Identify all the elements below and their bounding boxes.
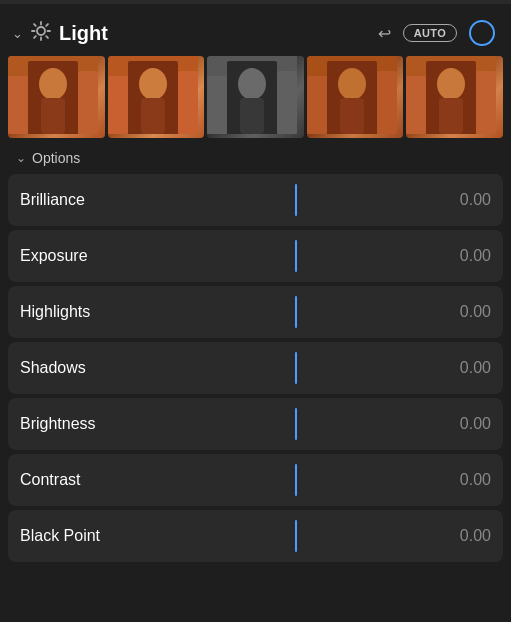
light-panel: ⌄ Light ↩ AUTO — [0, 0, 511, 622]
preview-frame-2[interactable] — [108, 56, 205, 138]
svg-rect-26 — [277, 71, 297, 134]
preview-frame-4[interactable] — [307, 56, 404, 138]
contrast-row[interactable]: Contrast 0.00 — [8, 454, 503, 506]
brightness-value: 0.00 — [431, 415, 491, 433]
svg-rect-20 — [178, 71, 198, 134]
shadows-handle — [295, 352, 297, 384]
shadows-label: Shadows — [20, 359, 160, 377]
brilliance-handle — [295, 184, 297, 216]
undo-icon[interactable]: ↩ — [378, 24, 391, 43]
black-point-handle — [295, 520, 297, 552]
svg-line-7 — [46, 24, 48, 26]
exposure-row[interactable]: Exposure 0.00 — [8, 230, 503, 282]
black-point-value: 0.00 — [431, 527, 491, 545]
contrast-track[interactable] — [160, 454, 431, 506]
options-chevron-icon[interactable]: ⌄ — [16, 151, 26, 165]
auto-button[interactable]: AUTO — [403, 24, 457, 42]
svg-rect-24 — [240, 98, 264, 134]
svg-line-5 — [34, 24, 36, 26]
brilliance-label: Brilliance — [20, 191, 160, 209]
brilliance-track[interactable] — [160, 174, 431, 226]
preview-frame-3[interactable] — [207, 56, 304, 138]
highlights-label: Highlights — [20, 303, 160, 321]
exposure-value: 0.00 — [431, 247, 491, 265]
svg-rect-18 — [141, 98, 165, 134]
options-header: ⌄ Options — [0, 146, 511, 174]
highlights-value: 0.00 — [431, 303, 491, 321]
brightness-row[interactable]: Brightness 0.00 — [8, 398, 503, 450]
svg-rect-13 — [8, 76, 28, 134]
mode-toggle-button[interactable] — [469, 20, 495, 46]
sliders-container: Brilliance 0.00 Exposure 0.00 Highlights… — [0, 174, 511, 622]
svg-rect-30 — [340, 98, 364, 134]
black-point-track[interactable] — [160, 510, 431, 562]
svg-point-17 — [139, 68, 167, 100]
shadows-track[interactable] — [160, 342, 431, 394]
contrast-value: 0.00 — [431, 471, 491, 489]
panel-title: Light — [59, 22, 370, 45]
panel-header: ⌄ Light ↩ AUTO — [0, 8, 511, 56]
brightness-handle — [295, 408, 297, 440]
brilliance-value: 0.00 — [431, 191, 491, 209]
highlights-handle — [295, 296, 297, 328]
svg-point-29 — [338, 68, 366, 100]
svg-rect-37 — [406, 76, 426, 134]
svg-rect-14 — [78, 71, 98, 134]
preview-strip — [0, 56, 511, 146]
exposure-track[interactable] — [160, 230, 431, 282]
svg-point-0 — [37, 27, 45, 35]
highlights-track[interactable] — [160, 286, 431, 338]
contrast-handle — [295, 464, 297, 496]
collapse-chevron-icon[interactable]: ⌄ — [12, 26, 23, 41]
exposure-label: Exposure — [20, 247, 160, 265]
svg-rect-32 — [377, 71, 397, 134]
highlights-row[interactable]: Highlights 0.00 — [8, 286, 503, 338]
shadows-row[interactable]: Shadows 0.00 — [8, 342, 503, 394]
svg-rect-36 — [439, 98, 463, 134]
shadows-value: 0.00 — [431, 359, 491, 377]
brightness-track[interactable] — [160, 398, 431, 450]
svg-rect-25 — [207, 76, 227, 134]
svg-rect-19 — [108, 76, 128, 134]
exposure-handle — [295, 240, 297, 272]
options-label: Options — [32, 150, 80, 166]
contrast-label: Contrast — [20, 471, 160, 489]
sun-icon — [31, 21, 51, 46]
brightness-label: Brightness — [20, 415, 160, 433]
preview-frame-5[interactable] — [406, 56, 503, 138]
preview-frame-1[interactable] — [8, 56, 105, 138]
svg-point-23 — [238, 68, 266, 100]
black-point-label: Black Point — [20, 527, 160, 545]
svg-line-8 — [34, 36, 36, 38]
brilliance-row[interactable]: Brilliance 0.00 — [8, 174, 503, 226]
svg-point-11 — [39, 68, 67, 100]
black-point-row[interactable]: Black Point 0.00 — [8, 510, 503, 562]
top-divider — [0, 0, 511, 4]
svg-rect-38 — [476, 71, 496, 134]
svg-rect-12 — [41, 98, 65, 134]
svg-line-6 — [46, 36, 48, 38]
svg-rect-31 — [307, 76, 327, 134]
svg-point-35 — [437, 68, 465, 100]
